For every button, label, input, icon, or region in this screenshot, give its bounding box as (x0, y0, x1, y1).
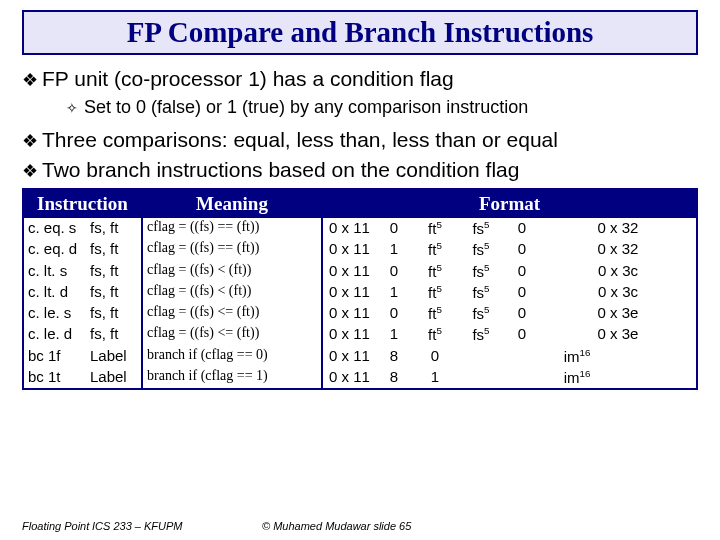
cell: branch if (cflag == 1) (142, 367, 322, 388)
cell: branch if (cflag == 0) (142, 346, 322, 367)
page-title: FP Compare and Branch Instructions (22, 10, 698, 55)
diamond-icon: ✧ (66, 100, 84, 116)
cell: 0 (504, 239, 540, 260)
cell: 8 (376, 367, 412, 388)
cell: 0 x 3c (540, 261, 696, 282)
bullet-1a: ✧Set to 0 (false) or 1 (true) by any com… (66, 97, 698, 118)
cell: ft5 (412, 282, 458, 303)
cell: 8 (376, 346, 412, 367)
cell: fs, ft (86, 239, 142, 260)
cell: ft5 (412, 303, 458, 324)
cell: 0 x 11 (322, 303, 376, 324)
cell: c. lt. d (24, 282, 86, 303)
cell: 0 (504, 261, 540, 282)
cell: fs5 (458, 239, 504, 260)
cell: 0 (376, 303, 412, 324)
diamond-icon: ❖ (22, 160, 42, 182)
cell: fs, ft (86, 218, 142, 239)
cell: fs, ft (86, 303, 142, 324)
cell: 0 (504, 282, 540, 303)
table-row: c. lt. dfs, ftcflag = ((fs) < (ft))0 x 1… (24, 282, 696, 303)
table-row: bc 1fLabelbranch if (cflag == 0)0 x 1180… (24, 346, 696, 367)
cell: fs5 (458, 324, 504, 345)
bullet-3-text: Two branch instructions based on the con… (42, 158, 519, 181)
cell: fs, ft (86, 324, 142, 345)
table-row: c. eq. dfs, ftcflag = ((fs) == (ft))0 x … (24, 239, 696, 260)
cell: c. le. s (24, 303, 86, 324)
cell: ft5 (412, 239, 458, 260)
table-row: c. le. sfs, ftcflag = ((fs) <= (ft))0 x … (24, 303, 696, 324)
cell: 0 x 32 (540, 218, 696, 239)
cell: 0 x 3e (540, 324, 696, 345)
cell: im16 (458, 367, 696, 388)
bullet-1-text: FP unit (co-processor 1) has a condition… (42, 67, 454, 90)
th-meaning: Meaning (142, 190, 322, 218)
cell: 0 (376, 261, 412, 282)
th-instruction: Instruction (24, 190, 142, 218)
cell: 1 (412, 367, 458, 388)
diamond-icon: ❖ (22, 130, 42, 152)
bullet-3: ❖Two branch instructions based on the co… (22, 158, 698, 182)
cell: 0 x 3c (540, 282, 696, 303)
bullet-1: ❖FP unit (co-processor 1) has a conditio… (22, 67, 698, 91)
cell: cflag = ((fs) == (ft)) (142, 218, 322, 239)
cell: bc 1t (24, 367, 86, 388)
cell: 0 (504, 303, 540, 324)
bullet-2: ❖Three comparisons: equal, less than, le… (22, 128, 698, 152)
footer-topic: Floating Point (22, 520, 92, 532)
table-row: c. eq. sfs, ftcflag = ((fs) == (ft))0 x … (24, 218, 696, 239)
cell: fs5 (458, 282, 504, 303)
cell: 0 x 11 (322, 367, 376, 388)
th-format: Format (322, 190, 696, 218)
cell: cflag = ((fs) <= (ft)) (142, 303, 322, 324)
table-row: c. lt. sfs, ftcflag = ((fs) < (ft))0 x 1… (24, 261, 696, 282)
cell: ft5 (412, 218, 458, 239)
bullet-1a-text: Set to 0 (false) or 1 (true) by any comp… (84, 97, 528, 117)
footer: Floating Point ICS 233 – KFUPM © Muhamed… (22, 520, 698, 532)
title-text: FP Compare and Branch Instructions (32, 16, 688, 49)
cell: fs5 (458, 261, 504, 282)
footer-copyright: © Muhamed Mudawar slide 65 (262, 520, 411, 532)
instruction-table: Instruction Meaning Format c. eq. sfs, f… (22, 188, 698, 390)
cell: c. eq. d (24, 239, 86, 260)
cell: ft5 (412, 324, 458, 345)
table-row: c. le. dfs, ftcflag = ((fs) <= (ft))0 x … (24, 324, 696, 345)
cell: fs5 (458, 303, 504, 324)
cell: fs5 (458, 218, 504, 239)
cell: cflag = ((fs) < (ft)) (142, 261, 322, 282)
cell: 0 x 11 (322, 218, 376, 239)
cell: 0 x 3e (540, 303, 696, 324)
cell: 0 (412, 346, 458, 367)
cell: bc 1f (24, 346, 86, 367)
cell: 0 x 11 (322, 346, 376, 367)
cell: ft5 (412, 261, 458, 282)
table-row: bc 1tLabelbranch if (cflag == 1)0 x 1181… (24, 367, 696, 388)
cell: 0 x 11 (322, 239, 376, 260)
cell: 0 (504, 218, 540, 239)
cell: 0 (504, 324, 540, 345)
cell: cflag = ((fs) < (ft)) (142, 282, 322, 303)
cell: 1 (376, 239, 412, 260)
bullet-list: ❖FP unit (co-processor 1) has a conditio… (22, 67, 698, 182)
cell: 0 x 11 (322, 261, 376, 282)
cell: fs, ft (86, 282, 142, 303)
cell: fs, ft (86, 261, 142, 282)
table-header-row: Instruction Meaning Format (24, 190, 696, 218)
cell: 1 (376, 324, 412, 345)
cell: 0 x 11 (322, 282, 376, 303)
cell: cflag = ((fs) == (ft)) (142, 239, 322, 260)
cell: 0 (376, 218, 412, 239)
cell: im16 (458, 346, 696, 367)
bullet-2-text: Three comparisons: equal, less than, les… (42, 128, 558, 151)
cell: 0 x 11 (322, 324, 376, 345)
cell: c. le. d (24, 324, 86, 345)
cell: 0 x 32 (540, 239, 696, 260)
cell: cflag = ((fs) <= (ft)) (142, 324, 322, 345)
cell: 1 (376, 282, 412, 303)
cell: c. lt. s (24, 261, 86, 282)
cell: c. eq. s (24, 218, 86, 239)
cell: Label (86, 346, 142, 367)
cell: Label (86, 367, 142, 388)
footer-course: ICS 233 – KFUPM (92, 520, 262, 532)
diamond-icon: ❖ (22, 69, 42, 91)
